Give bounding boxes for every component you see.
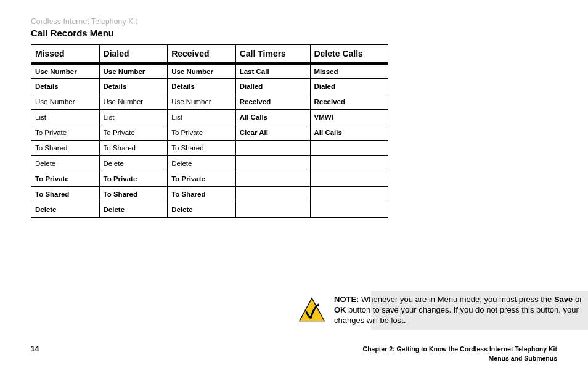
table-cell [235, 156, 310, 171]
table-cell: Use Number [168, 63, 236, 79]
table-cell: All Calls [235, 110, 310, 125]
warning-check-icon [298, 297, 325, 324]
table-cell: Use Number [31, 94, 100, 110]
table-cell: To Shared [31, 187, 100, 202]
table-row: DeleteDeleteDelete [31, 156, 388, 171]
table-row: Use NumberUse NumberUse NumberReceivedRe… [31, 94, 388, 110]
table-cell [235, 187, 310, 202]
table-row: To SharedTo SharedTo Shared [31, 187, 388, 202]
table-cell: Last Call [235, 63, 310, 79]
table-cell: Received [235, 94, 310, 110]
column-header: Delete Calls [310, 45, 388, 63]
note-text: NOTE: Whenever you are in Menu mode, you… [334, 292, 588, 329]
table-cell [310, 141, 388, 156]
table-cell: Dialled [235, 79, 310, 94]
column-header: Dialed [99, 45, 168, 63]
svg-marker-0 [300, 298, 324, 321]
column-header: Received [168, 45, 236, 63]
table-cell: To Private [31, 125, 100, 141]
table-row: To SharedTo SharedTo Shared [31, 141, 388, 156]
chapter-label: Chapter 2: Getting to Know the Cordless … [363, 345, 557, 364]
table-cell: Delete [99, 156, 168, 171]
table-cell [310, 202, 388, 218]
table-cell: Use Number [31, 63, 100, 79]
table-cell: To Shared [99, 141, 168, 156]
table-cell: Clear All [235, 125, 310, 141]
call-records-table: MissedDialedReceivedCall TimersDelete Ca… [31, 44, 388, 218]
table-cell: To Shared [99, 187, 168, 202]
table-cell: Delete [168, 202, 236, 218]
table-cell: Missed [310, 63, 388, 79]
table-cell: Use Number [99, 63, 168, 79]
column-header: Missed [31, 45, 100, 63]
page-footer: 14 Chapter 2: Getting to Know the Cordle… [31, 345, 557, 364]
table-cell: To Private [99, 171, 168, 187]
table-cell: To Shared [168, 187, 236, 202]
table-cell: List [168, 110, 236, 125]
table-cell: Delete [168, 156, 236, 171]
table-cell: To Private [168, 125, 236, 141]
table-cell: Details [168, 79, 236, 94]
table-cell: All Calls [310, 125, 388, 141]
table-cell: To Private [99, 125, 168, 141]
document-category: Cordless Internet Telephony Kit [31, 17, 557, 26]
table-cell: To Shared [31, 141, 100, 156]
table-cell [310, 171, 388, 187]
table-cell: Delete [31, 156, 100, 171]
table-cell [235, 171, 310, 187]
section-title: Call Records Menu [31, 28, 557, 38]
table-cell: Use Number [168, 94, 236, 110]
table-cell: Use Number [99, 94, 168, 110]
table-cell: Delete [99, 202, 168, 218]
table-row: Use NumberUse NumberUse NumberLast CallM… [31, 63, 388, 79]
table-cell [310, 187, 388, 202]
page-number: 14 [31, 345, 39, 353]
table-cell: Delete [31, 202, 100, 218]
table-row: ListListListAll CallsVMWI [31, 110, 388, 125]
table-cell: Received [310, 94, 388, 110]
table-row: To PrivateTo PrivateTo PrivateClear AllA… [31, 125, 388, 141]
note-block: NOTE: Whenever you are in Menu mode, you… [298, 292, 588, 329]
table-row: To PrivateTo PrivateTo Private [31, 171, 388, 187]
table-cell: Details [99, 79, 168, 94]
table-cell: List [99, 110, 168, 125]
table-cell [235, 202, 310, 218]
table-cell: VMWI [310, 110, 388, 125]
table-cell: List [31, 110, 100, 125]
table-cell [310, 156, 388, 171]
table-cell: Details [31, 79, 100, 94]
table-cell: To Private [31, 171, 100, 187]
table-cell: To Shared [168, 141, 236, 156]
table-row: DetailsDetailsDetailsDialledDialed [31, 79, 388, 94]
table-cell [235, 141, 310, 156]
table-cell: To Private [168, 171, 236, 187]
column-header: Call Timers [235, 45, 310, 63]
table-row: DeleteDeleteDelete [31, 202, 388, 218]
table-cell: Dialed [310, 79, 388, 94]
